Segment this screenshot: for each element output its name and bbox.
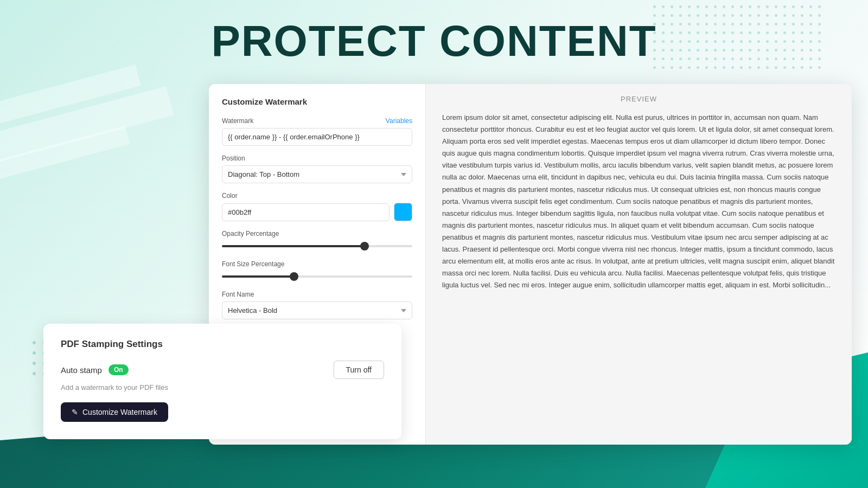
preview-label: PREVIEW (442, 95, 835, 103)
auto-stamp-label: Auto stamp (61, 365, 102, 375)
opacity-slider-thumb[interactable] (360, 242, 369, 251)
watermark-group: Watermark Variables (222, 117, 412, 146)
watermark-field-label: Watermark (222, 117, 253, 125)
customize-icon: ✎ (72, 408, 78, 416)
color-label: Color (222, 192, 412, 200)
right-panel: PREVIEW Lorem ipsum dolor sit amet, cons… (426, 84, 852, 445)
position-label: Position (222, 155, 412, 162)
fontsize-group: Font Size Percentage (222, 260, 412, 282)
stamp-row: Auto stamp On Turn off (61, 361, 384, 379)
panel-title: Customize Watermark (222, 97, 412, 106)
fontsize-label: Font Size Percentage (222, 260, 412, 268)
preview-text: Lorem ipsum dolor sit amet, consectetur … (442, 112, 835, 434)
color-group: Color (222, 192, 412, 221)
fontsize-slider-fill (222, 275, 294, 278)
fontname-label: Font Name (222, 291, 412, 298)
position-group: Position Diagonal: Top - Bottom (222, 155, 412, 183)
customize-btn-label: Customize Watermark (82, 408, 157, 416)
opacity-group: Opacity Percentage (222, 230, 412, 252)
watermark-label-row: Watermark Variables (222, 117, 412, 125)
fontname-select[interactable]: Helvetica - Bold (222, 301, 412, 319)
stamp-card: PDF Stamping Settings Auto stamp On Turn… (43, 324, 401, 439)
on-badge: On (108, 364, 129, 375)
stamp-left: Auto stamp On (61, 364, 129, 375)
opacity-label: Opacity Percentage (222, 230, 412, 237)
fontsize-slider-track (222, 275, 412, 278)
opacity-slider-track (222, 245, 412, 247)
color-input[interactable] (222, 203, 390, 221)
fontname-group: Font Name Helvetica - Bold (222, 291, 412, 319)
color-row (222, 203, 412, 221)
page-title: PROTECT CONTENT (0, 16, 868, 66)
opacity-slider-fill (222, 245, 365, 247)
turn-off-button[interactable]: Turn off (334, 361, 384, 379)
position-select[interactable]: Diagonal: Top - Bottom (222, 165, 412, 183)
fontsize-slider-container (222, 271, 412, 282)
stamp-description: Add a watermark to your PDF files (61, 383, 384, 391)
opacity-slider-container (222, 241, 412, 252)
fontsize-slider-thumb[interactable] (290, 272, 298, 281)
customize-watermark-button[interactable]: ✎ Customize Watermark (61, 402, 168, 422)
watermark-input[interactable] (222, 128, 412, 146)
stamp-card-title: PDF Stamping Settings (61, 339, 384, 350)
variables-link[interactable]: Variables (386, 117, 412, 125)
color-swatch[interactable] (394, 203, 412, 221)
